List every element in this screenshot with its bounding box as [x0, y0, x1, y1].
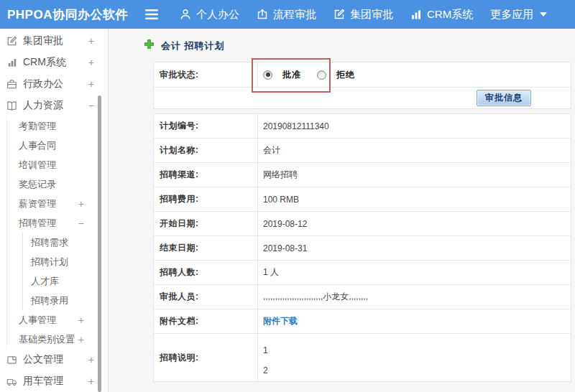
reject-radio-label[interactable]: 拒绝	[336, 69, 355, 81]
field-label: 招聘费用:	[154, 187, 258, 211]
edit-icon	[334, 9, 345, 20]
nav-more-apps[interactable]: 更多应用	[490, 8, 547, 22]
table-row: 招聘人数: 1 人	[154, 261, 571, 285]
expand-plus-icon[interactable]: +	[88, 57, 94, 68]
table-row: 招聘渠道: 网络招聘	[154, 163, 571, 187]
sidebar-label: 招聘录用	[31, 294, 68, 307]
field-label: 招聘说明:	[154, 334, 258, 381]
field-label: 审批人员:	[154, 285, 258, 309]
field-value: 2019-08-12	[258, 212, 571, 235]
nav-label: 个人办公	[196, 8, 239, 22]
sidebar-item-personnel[interactable]: 人事管理 +	[7, 310, 108, 330]
sidebar-label: 人才库	[31, 275, 59, 288]
user-icon	[180, 9, 191, 20]
field-label: 招聘人数:	[154, 261, 258, 284]
table-row: 附件文档: 附件下载	[154, 309, 571, 334]
sidebar-label: 行政办公	[23, 78, 63, 90]
approve-radio-label[interactable]: 批准	[282, 69, 301, 81]
sidebar-item-salary[interactable]: 薪资管理 +	[7, 194, 108, 213]
sidebar-scrollbar[interactable]	[98, 95, 101, 392]
sidebar-item-hr-contract[interactable]: 人事合同	[7, 136, 108, 155]
export-icon	[257, 9, 268, 20]
sidebar: 集团审批 + CRM系统 + 行政办公 + 人力资源 − 考	[0, 29, 109, 392]
nav-crm-system[interactable]: CRM系统	[410, 8, 473, 22]
table-row: 审批人员: ,,,,,,,,,,,,,,,,,,,,,,,,,小龙女,,,,,,…	[154, 285, 571, 309]
table-row: 审批状态: 批准 拒绝	[154, 62, 571, 88]
attachment-download-link[interactable]: 附件下载	[263, 315, 298, 327]
hamburger-menu-icon[interactable]	[145, 9, 158, 19]
sidebar-label: 薪资管理	[19, 197, 56, 210]
field-label: 附件文档:	[154, 309, 258, 333]
top-nav: 个人办公 流程审批 集团审批 CRM系统 更多应用	[180, 8, 547, 22]
sidebar-label: 公文管理	[23, 353, 63, 366]
book-icon	[6, 101, 17, 111]
sidebar-label: 培训管理	[19, 159, 56, 172]
sidebar-item-recruit-plan[interactable]: 招聘计划	[23, 252, 108, 271]
expand-plus-icon[interactable]: +	[78, 314, 84, 326]
field-value: 2019-08-31	[258, 236, 571, 260]
sidebar-item-talent-pool[interactable]: 人才库	[23, 271, 108, 291]
expand-plus-icon[interactable]: +	[78, 334, 84, 345]
table-row: 计划编号: 20190812111340	[154, 114, 571, 139]
field-label: 结束日期:	[154, 236, 258, 260]
field-value: 1 2	[258, 334, 571, 381]
sidebar-label: CRM系统	[23, 56, 66, 69]
nav-label: 更多应用	[490, 8, 533, 22]
expand-plus-icon[interactable]: +	[88, 78, 94, 90]
edit-icon	[6, 36, 17, 47]
table-row: 招聘费用: 100 RMB	[154, 187, 571, 212]
sidebar-item-vehicle[interactable]: 用车管理 +	[0, 370, 108, 392]
expand-plus-icon[interactable]: +	[78, 198, 84, 210]
sidebar-item-admin-office[interactable]: 行政办公 +	[0, 73, 108, 95]
sidebar-label: 集团审批	[23, 34, 63, 47]
expand-plus-icon[interactable]: +	[88, 354, 94, 365]
page-title: 会计 招聘计划	[144, 39, 225, 52]
top-bar: PHPOA协同办公软件 个人办公 流程审批 集团审批 CRM系统	[0, 0, 575, 29]
nav-workflow-approval[interactable]: 流程审批	[257, 8, 316, 22]
page-title-text: 会计 招聘计划	[161, 39, 225, 52]
expand-plus-icon[interactable]: +	[88, 35, 94, 47]
sidebar-label: 人事管理	[19, 314, 56, 327]
field-value: 会计	[258, 139, 571, 162]
description-line: 1	[263, 340, 268, 360]
sidebar-item-rewards[interactable]: 奖惩记录	[7, 174, 108, 194]
nav-label: CRM系统	[427, 8, 473, 22]
sidebar-item-attendance[interactable]: 考勤管理	[7, 116, 108, 136]
field-value: 100 RMB	[258, 187, 571, 211]
sidebar-item-group-approval[interactable]: 集团审批 +	[0, 30, 108, 52]
approve-radio[interactable]	[263, 70, 272, 80]
sidebar-label: 用车管理	[23, 375, 63, 388]
detail-panel: 审批状态: 批准 拒绝 审批信息	[153, 62, 571, 382]
sidebar-item-crm-system[interactable]: CRM系统 +	[0, 52, 108, 73]
field-value: 20190812111340	[258, 114, 571, 138]
field-value: 1 人	[258, 261, 571, 284]
sidebar-label: 人力资源	[23, 99, 63, 112]
approval-info-button[interactable]: 审批信息	[477, 90, 531, 106]
sidebar-label: 奖惩记录	[19, 178, 56, 191]
sidebar-label: 招聘需求	[31, 236, 68, 249]
collapse-minus-icon[interactable]: −	[78, 218, 84, 229]
sidebar-item-human-resources[interactable]: 人力资源 −	[0, 95, 108, 116]
expand-plus-icon[interactable]: +	[88, 375, 94, 387]
description-line: 2	[263, 360, 268, 381]
field-label: 审批状态:	[154, 62, 258, 87]
bar-chart-icon	[6, 57, 17, 68]
nav-label: 集团审批	[350, 8, 393, 22]
bar-chart-icon	[410, 9, 422, 20]
caret-down-icon	[540, 12, 547, 17]
plan-detail-table: 计划编号: 20190812111340 计划名称: 会计 招聘渠道: 网络招聘…	[153, 113, 571, 382]
sidebar-item-recruit-hire[interactable]: 招聘录用	[23, 291, 108, 310]
app-brand: PHPOA协同办公软件	[0, 6, 137, 23]
sidebar-item-recruit-demand[interactable]: 招聘需求	[23, 233, 108, 252]
sidebar-item-documents[interactable]: 公文管理 +	[0, 349, 108, 370]
field-label: 计划编号:	[154, 114, 258, 138]
nav-group-approval[interactable]: 集团审批	[334, 8, 393, 22]
reject-radio[interactable]	[317, 70, 326, 80]
sidebar-item-recruitment[interactable]: 招聘管理 −	[7, 213, 108, 233]
approval-status-cell: 批准 拒绝	[258, 62, 571, 87]
field-value: 网络招聘	[258, 163, 571, 187]
sidebar-item-training[interactable]: 培训管理	[7, 155, 108, 174]
sidebar-item-base-category[interactable]: 基础类别设置 +	[7, 330, 108, 349]
collapse-minus-icon[interactable]: −	[88, 100, 94, 111]
nav-personal-office[interactable]: 个人办公	[180, 8, 239, 22]
